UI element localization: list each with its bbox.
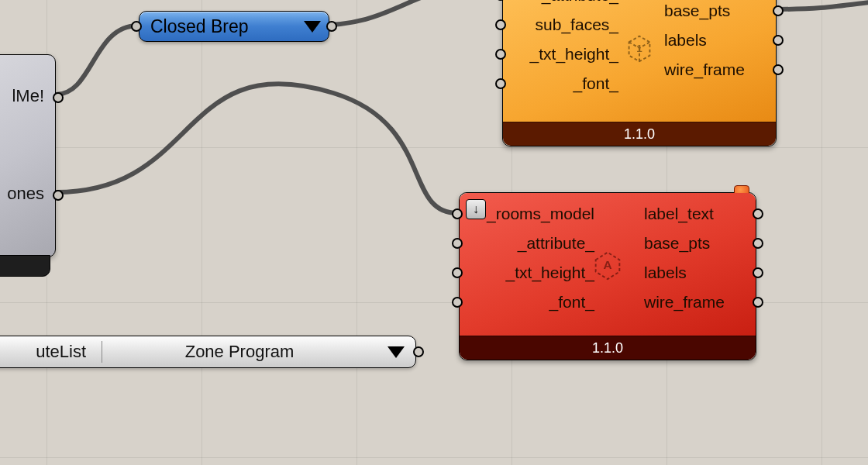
panel-output-port[interactable] xyxy=(413,346,424,357)
red-out-label: label_text xyxy=(632,205,726,223)
red-in-port[interactable] xyxy=(452,238,463,249)
orange-in-port[interactable] xyxy=(495,49,506,60)
capsule-input-port[interactable] xyxy=(131,21,142,32)
orange-out-port[interactable] xyxy=(773,35,784,46)
red-component[interactable]: ↓ A _rooms_model _attribute_ _txt_height… xyxy=(459,192,756,360)
orange-out-label: wire_frame xyxy=(652,60,757,79)
red-in-label: _txt_height_ xyxy=(494,264,607,282)
svg-text:1: 1 xyxy=(636,43,642,54)
grey-output-label: lMe! xyxy=(12,86,44,106)
orange-out-label: base_pts xyxy=(652,2,742,20)
red-out-port[interactable] xyxy=(753,297,763,308)
value-list-panel[interactable]: uteList Zone Program xyxy=(0,336,416,368)
capsule-label: Closed Brep xyxy=(150,16,249,37)
grey-output-label: ones xyxy=(7,184,44,204)
orange-out-port[interactable] xyxy=(773,5,784,16)
red-version-text: 1.1.0 xyxy=(592,340,623,356)
red-out-port[interactable] xyxy=(753,238,763,249)
red-out-label: base_pts xyxy=(632,234,722,253)
orange-in-label: _font_ xyxy=(561,74,631,93)
panel-right-label: Zone Program xyxy=(185,342,294,362)
panel-left-label: uteList xyxy=(36,342,86,362)
chevron-down-icon[interactable] xyxy=(388,346,405,358)
capsule-output-port[interactable] xyxy=(326,21,337,32)
closed-brep-param[interactable]: Closed Brep xyxy=(139,11,329,42)
red-out-label: wire_frame xyxy=(632,293,737,312)
grey-output-port-0[interactable] xyxy=(53,92,64,103)
red-in-port[interactable] xyxy=(452,208,463,219)
orange-in-label: sub_faces_ xyxy=(523,16,631,34)
orange-component[interactable]: 1 _attribute_ sub_faces_ _txt_height_ _f… xyxy=(502,0,777,146)
orange-out-label: labels xyxy=(652,31,719,50)
red-in-port[interactable] xyxy=(452,267,463,278)
red-in-label: _attribute_ xyxy=(505,234,607,253)
red-in-label: _font_ xyxy=(537,293,607,312)
orange-out-port[interactable] xyxy=(773,64,784,75)
chevron-down-icon[interactable] xyxy=(304,21,321,33)
orange-in-label: _txt_height_ xyxy=(518,45,631,64)
red-out-port[interactable] xyxy=(753,267,763,278)
red-out-label: labels xyxy=(632,264,699,282)
red-out-port[interactable] xyxy=(753,208,763,219)
red-version-footer: 1.1.0 xyxy=(460,336,756,360)
grey-component-footer xyxy=(0,255,50,277)
grey-component[interactable]: lMe! ones xyxy=(0,54,56,257)
red-in-port[interactable] xyxy=(452,297,463,308)
orange-in-port[interactable] xyxy=(495,78,506,89)
grey-output-port-1[interactable] xyxy=(53,190,64,201)
orange-in-port[interactable] xyxy=(495,19,506,30)
orange-version-footer: 1.1.0 xyxy=(503,122,776,146)
orange-version-text: 1.1.0 xyxy=(624,126,655,143)
red-in-label: _rooms_model xyxy=(474,205,607,223)
orange-in-label: _attribute_ xyxy=(529,0,631,5)
